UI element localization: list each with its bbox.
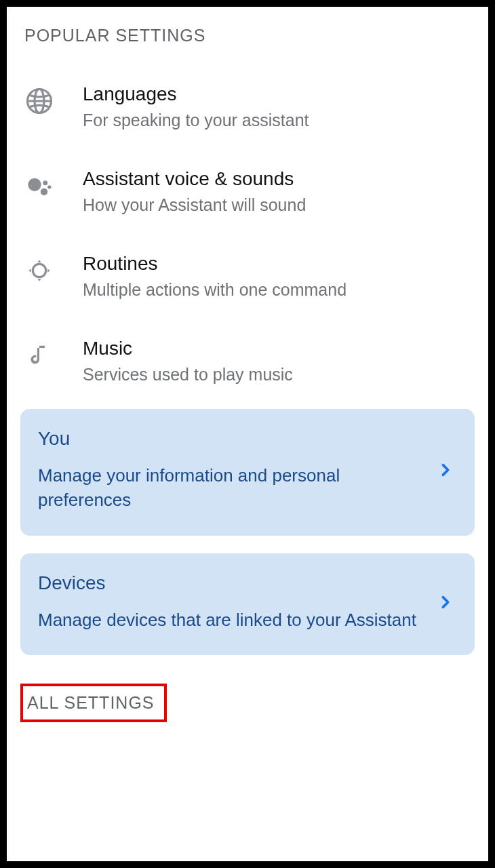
svg-point-6 bbox=[47, 185, 51, 189]
chevron-right-icon bbox=[438, 462, 453, 477]
card-subtitle: Manage your information and personal pre… bbox=[38, 463, 430, 513]
card-title: You bbox=[38, 428, 430, 450]
list-item-text: Music Services used to play music bbox=[83, 338, 471, 384]
list-item-languages[interactable]: Languages For speaking to your assistant bbox=[20, 70, 475, 155]
popular-settings-header: POPULAR SETTINGS bbox=[20, 26, 475, 45]
card-subtitle: Manage devices that are linked to your A… bbox=[38, 608, 430, 632]
routines-icon bbox=[24, 256, 54, 285]
all-settings-header: ALL SETTINGS bbox=[27, 693, 155, 713]
svg-point-3 bbox=[28, 178, 41, 191]
list-item-subtitle: How your Assistant will sound bbox=[83, 195, 471, 215]
card-devices[interactable]: Devices Manage devices that are linked t… bbox=[20, 553, 475, 655]
list-item-title: Languages bbox=[83, 83, 471, 105]
card-text: You Manage your information and personal… bbox=[38, 428, 430, 513]
settings-screen: POPULAR SETTINGS Languages For speaking … bbox=[7, 7, 488, 861]
list-item-text: Languages For speaking to your assistant bbox=[83, 83, 471, 130]
list-item-music[interactable]: Music Services used to play music bbox=[20, 324, 475, 409]
svg-point-5 bbox=[41, 189, 48, 196]
card-title: Devices bbox=[38, 572, 430, 594]
list-item-text: Assistant voice & sounds How your Assist… bbox=[83, 168, 471, 215]
globe-icon bbox=[24, 86, 54, 116]
list-item-subtitle: For speaking to your assistant bbox=[83, 111, 471, 130]
list-item-title: Music bbox=[83, 338, 471, 359]
svg-point-4 bbox=[43, 180, 47, 185]
assistant-dots-icon bbox=[24, 171, 54, 201]
list-item-subtitle: Services used to play music bbox=[83, 365, 471, 384]
list-item-assistant-voice[interactable]: Assistant voice & sounds How your Assist… bbox=[20, 155, 475, 239]
card-text: Devices Manage devices that are linked t… bbox=[38, 572, 430, 632]
list-item-title: Assistant voice & sounds bbox=[83, 168, 471, 190]
highlight-box: ALL SETTINGS bbox=[20, 684, 167, 722]
card-you[interactable]: You Manage your information and personal… bbox=[20, 409, 475, 536]
list-item-title: Routines bbox=[83, 253, 471, 275]
svg-point-7 bbox=[33, 264, 45, 277]
list-item-text: Routines Multiple actions with one comma… bbox=[83, 253, 471, 300]
chevron-right-icon bbox=[438, 595, 453, 610]
list-item-subtitle: Multiple actions with one command bbox=[83, 280, 471, 300]
music-note-icon bbox=[24, 340, 54, 370]
list-item-routines[interactable]: Routines Multiple actions with one comma… bbox=[20, 239, 475, 324]
